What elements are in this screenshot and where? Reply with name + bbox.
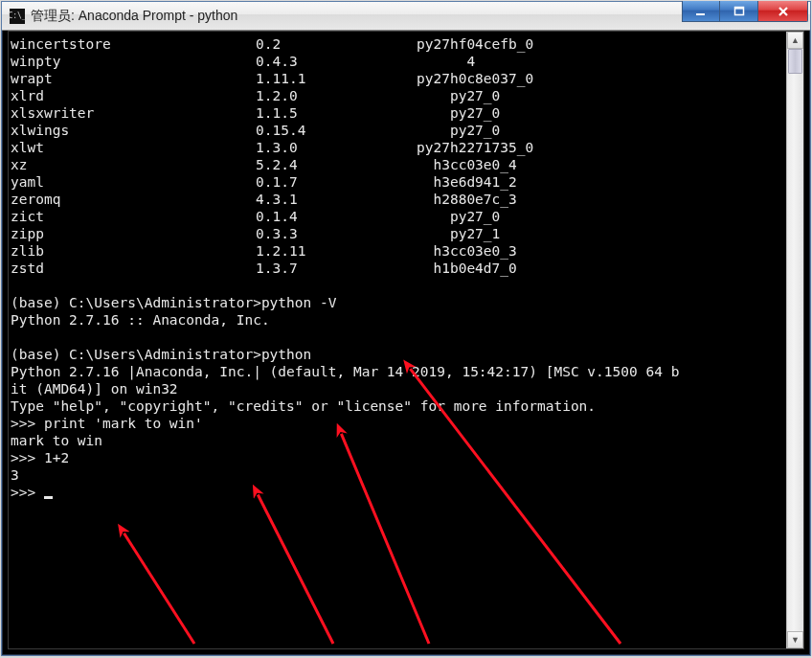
titlebar[interactable]: C:\_ 管理员: Anaconda Prompt - python bbox=[2, 2, 810, 31]
window-title: 管理员: Anaconda Prompt - python bbox=[31, 8, 682, 25]
terminal-line: zict0.1.4 py27_0 bbox=[11, 208, 784, 225]
terminal-line: xz5.2.4 h3cc03e0_4 bbox=[11, 156, 784, 173]
terminal-line: winpty0.4.3 4 bbox=[11, 53, 784, 70]
terminal-line: >>> bbox=[11, 484, 784, 501]
terminal-line: zstd1.3.7 h1b0e4d7_0 bbox=[11, 260, 784, 277]
terminal-line: (base) C:\Users\Administrator>python -V bbox=[11, 294, 784, 311]
cursor-icon bbox=[44, 496, 53, 499]
terminal-line: 3 bbox=[11, 466, 784, 484]
scroll-up-button[interactable]: ▲ bbox=[787, 32, 803, 49]
terminal-line: >>> 1+2 bbox=[11, 449, 784, 466]
terminal-line: zeromq4.3.1 h2880e7c_3 bbox=[11, 191, 784, 208]
terminal-line: >>> print 'mark to win' bbox=[11, 415, 784, 432]
maximize-button[interactable] bbox=[720, 1, 758, 22]
terminal-output[interactable]: wincertstore0.2py27hf04cefb_0winpty0.4.3… bbox=[9, 32, 786, 648]
scroll-down-button[interactable]: ▼ bbox=[787, 631, 803, 648]
scroll-track[interactable] bbox=[787, 49, 803, 631]
terminal-line: wincertstore0.2py27hf04cefb_0 bbox=[11, 35, 784, 53]
terminal-line: Python 2.7.16 |Anaconda, Inc.| (default,… bbox=[11, 363, 784, 380]
terminal-line: yaml0.1.7 h3e6d941_2 bbox=[11, 173, 784, 191]
close-button[interactable] bbox=[758, 1, 808, 22]
terminal-line: xlsxwriter1.1.5 py27_0 bbox=[11, 104, 784, 122]
svg-rect-2 bbox=[734, 7, 743, 9]
terminal-line: zipp0.3.3 py27_1 bbox=[11, 225, 784, 242]
terminal-line: Python 2.7.16 :: Anaconda, Inc. bbox=[11, 311, 784, 329]
terminal-line: (base) C:\Users\Administrator>python bbox=[11, 346, 784, 363]
terminal-line: it (AMD64)] on win32 bbox=[11, 380, 784, 397]
terminal-line: zlib1.2.11 h3cc03e0_3 bbox=[11, 242, 784, 260]
terminal-line bbox=[11, 329, 784, 346]
terminal-line: xlwt1.3.0py27h2271735_0 bbox=[11, 139, 784, 156]
svg-rect-0 bbox=[696, 13, 705, 15]
minimize-button[interactable] bbox=[682, 1, 720, 22]
terminal-line: mark to win bbox=[11, 432, 784, 449]
client-area: wincertstore0.2py27hf04cefb_0winpty0.4.3… bbox=[8, 31, 804, 649]
app-icon: C:\_ bbox=[10, 9, 25, 24]
terminal-line: Type "help", "copyright", "credits" or "… bbox=[11, 397, 784, 415]
vertical-scrollbar[interactable]: ▲ ▼ bbox=[786, 32, 803, 648]
terminal-window: C:\_ 管理员: Anaconda Prompt - python wince… bbox=[1, 1, 811, 656]
terminal-line: wrapt1.11.1py27h0c8e037_0 bbox=[11, 70, 784, 87]
window-buttons bbox=[682, 2, 810, 30]
terminal-line: xlwings0.15.4 py27_0 bbox=[11, 122, 784, 139]
terminal-line bbox=[11, 277, 784, 294]
scroll-thumb[interactable] bbox=[788, 49, 802, 74]
terminal-line: xlrd1.2.0 py27_0 bbox=[11, 87, 784, 104]
